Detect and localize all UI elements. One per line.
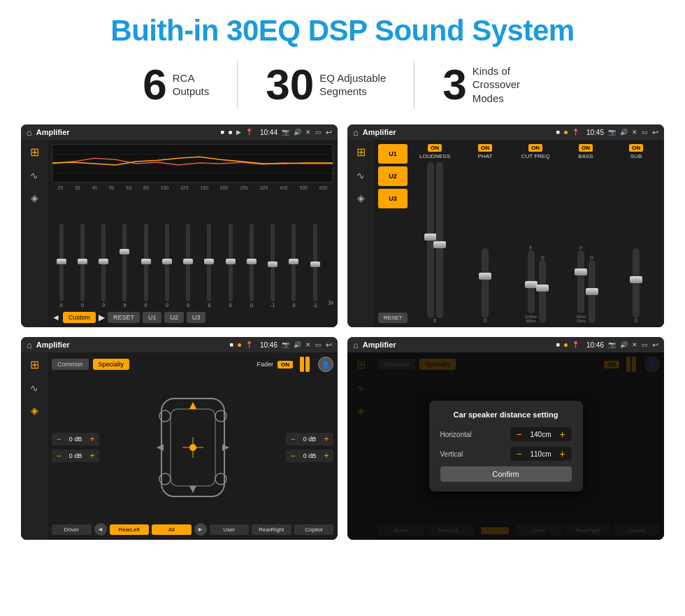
time-1: 10:44 [260, 129, 277, 136]
sidebar-eq-icon-3[interactable]: ⊞ [30, 358, 39, 371]
sub-slider[interactable] [633, 248, 640, 318]
sidebar-speaker-icon-2[interactable]: ◈ [357, 192, 365, 203]
eq-track-1[interactable] [80, 224, 85, 301]
cutfreq-slider-g[interactable] [539, 260, 546, 323]
bass-on-badge[interactable]: ON [579, 144, 593, 152]
db-minus-fr[interactable]: − [289, 434, 297, 444]
fader-tab-specialty[interactable]: Specialty [93, 359, 130, 370]
eq-track-9[interactable] [250, 224, 254, 301]
fader-avatar[interactable]: 👤 [318, 357, 333, 372]
eq-reset-btn[interactable]: RESET [108, 312, 140, 323]
eq-track-10[interactable] [271, 224, 275, 301]
eq-freq-labels: 2532 4050 6380 100125 160200 250320 4005… [52, 185, 333, 190]
sidebar-wave-icon-3[interactable]: ∿ [30, 382, 38, 394]
eq-slider-0: 0 [52, 224, 71, 308]
db-minus-rl[interactable]: − [55, 451, 63, 461]
eq-u3-btn[interactable]: U3 [187, 312, 206, 323]
sidebar-eq-icon[interactable]: ⊞ [30, 145, 39, 159]
status-bar-1: ⌂ Amplifier ■ ▶ 📍 10:44 📷 🔊 ✕ ▭ ↩ [21, 124, 338, 140]
db-plus-fr[interactable]: + [322, 434, 331, 444]
svg-marker-13 [189, 486, 196, 493]
eq-track-4[interactable] [144, 224, 148, 301]
vertical-minus-btn[interactable]: − [514, 448, 524, 459]
eq-custom-btn[interactable]: Custom [63, 312, 96, 323]
fader-slider-1[interactable] [300, 357, 304, 372]
eq-expand-btn[interactable]: » [328, 296, 333, 308]
fader-middle: − 0 dB + − 0 dB + [52, 375, 333, 520]
sidebar-eq-icon-2[interactable]: ⊞ [356, 145, 366, 159]
eq-track-8[interactable] [229, 224, 233, 301]
eq-track-5[interactable] [165, 224, 169, 301]
fader-tab-common[interactable]: Common [52, 359, 89, 370]
cutfreq-slider-f[interactable] [528, 250, 535, 313]
eq-track-2[interactable] [101, 224, 106, 301]
user-btn[interactable]: User [210, 524, 250, 535]
db-plus-fl[interactable]: + [88, 434, 96, 444]
amp-u1-btn[interactable]: U1 [378, 144, 408, 164]
bass-slider-g[interactable] [589, 260, 596, 323]
db-minus-fl[interactable]: − [55, 434, 63, 444]
sidebar-speaker-icon[interactable]: ◈ [31, 192, 38, 203]
home-icon-2[interactable]: ⌂ [353, 127, 359, 138]
db-minus-rr[interactable]: − [289, 451, 297, 461]
eq-track-11[interactable] [291, 224, 296, 301]
cutfreq-on-badge[interactable]: ON [528, 144, 542, 152]
x-icon-4: ✕ [632, 341, 637, 348]
x-icon-1: ✕ [305, 129, 311, 136]
vertical-plus-btn[interactable]: + [558, 448, 568, 459]
fader-on-badge[interactable]: ON [277, 361, 293, 368]
eq-play-btn[interactable]: ▶ [99, 313, 105, 322]
eq-track-12[interactable] [313, 224, 317, 301]
vol-icon-3: 🔊 [294, 341, 301, 348]
bass-slider-f[interactable] [577, 250, 584, 313]
home-icon-3[interactable]: ⌂ [27, 340, 32, 350]
driver-btn[interactable]: Driver [52, 524, 92, 535]
confirm-btn[interactable]: Confirm [440, 466, 572, 482]
screens-grid: ⌂ Amplifier ■ ▶ 📍 10:44 📷 🔊 ✕ ▭ ↩ ⊞ ∿ ◈ [21, 124, 664, 540]
fader-slider-2[interactable] [305, 357, 310, 372]
amp-u2-btn[interactable]: U2 [378, 166, 408, 186]
rearleft-btn[interactable]: RearLeft [110, 524, 150, 535]
sidebar-wave-icon-2[interactable]: ∿ [356, 170, 365, 181]
phat-on-badge[interactable]: ON [478, 144, 492, 152]
eq-slider-2: 0 [94, 224, 113, 308]
app-name-4: Amplifier [363, 341, 552, 349]
all-btn[interactable]: All [152, 524, 192, 535]
cutfreq-label: CUT FREQ [521, 153, 550, 159]
eq-track-3[interactable] [122, 224, 127, 301]
eq-track-6[interactable] [186, 224, 190, 301]
back-icon-3[interactable]: ↩ [326, 341, 332, 350]
eq-u1-btn[interactable]: U1 [143, 312, 162, 323]
back-icon-1[interactable]: ↩ [326, 128, 332, 137]
sub-on-badge[interactable]: ON [629, 144, 643, 152]
sidebar-speaker-icon-3[interactable]: ◈ [31, 405, 38, 416]
eq-u2-btn[interactable]: U2 [164, 312, 184, 323]
back-icon-2[interactable]: ↩ [652, 128, 658, 137]
copilot-btn[interactable]: Copilot [294, 524, 334, 535]
home-icon-1[interactable]: ⌂ [27, 127, 32, 138]
horizontal-plus-btn[interactable]: + [558, 429, 568, 440]
phat-slider[interactable] [482, 248, 489, 318]
db-plus-rl[interactable]: + [88, 451, 96, 461]
page-wrapper: Buith-in 30EQ DSP Sound System 6 RCAOutp… [0, 0, 685, 554]
play-icon-1: ▶ [236, 129, 241, 136]
amp-u3-btn[interactable]: U3 [378, 189, 408, 208]
amp-reset-btn[interactable]: RESET [378, 313, 408, 323]
horizontal-minus-btn[interactable]: − [514, 429, 524, 440]
home-icon-4[interactable]: ⌂ [353, 340, 359, 350]
sidebar-wave-icon[interactable]: ∿ [30, 170, 38, 181]
db-plus-rr[interactable]: + [322, 451, 331, 461]
loudness-slider-r[interactable] [436, 162, 443, 318]
dialog-box: Car speaker distance setting Horizontal … [429, 401, 583, 492]
status-bar-4: ⌂ Amplifier ■ 📍 10:46 📷 🔊 ✕ ▭ ↩ [347, 337, 664, 352]
eq-track-7[interactable] [207, 224, 211, 301]
loudness-slider-l[interactable] [427, 162, 434, 318]
eq-track-0[interactable] [59, 224, 64, 301]
eq-prev-btn[interactable]: ◄ [52, 313, 60, 322]
rearright-btn[interactable]: RearRight [252, 524, 291, 535]
arrow-right-btn[interactable]: ► [194, 523, 207, 536]
menu-dots-1: ■ [221, 129, 224, 136]
back-icon-4[interactable]: ↩ [652, 341, 658, 350]
arrow-left-btn[interactable]: ◄ [94, 523, 107, 536]
loudness-on-badge[interactable]: ON [428, 144, 442, 152]
